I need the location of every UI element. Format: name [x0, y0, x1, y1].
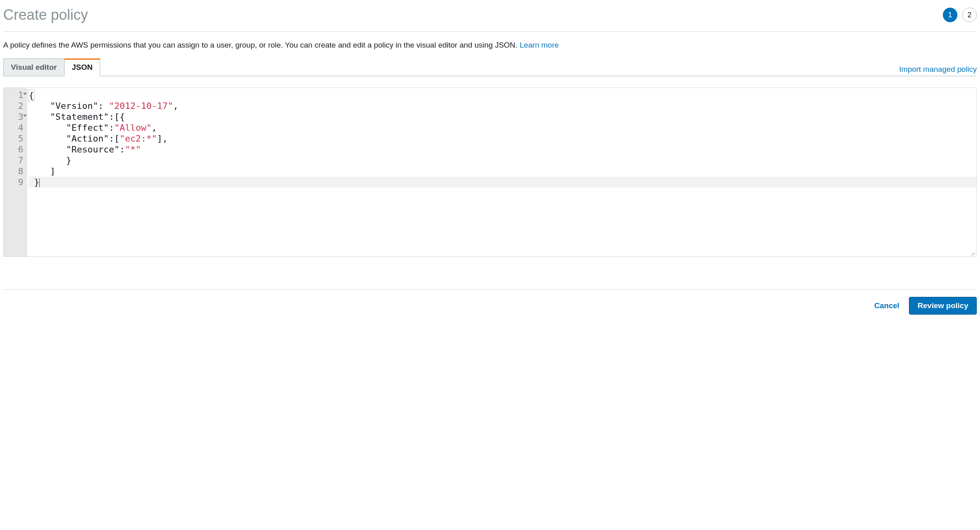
header: Create policy 1 2: [3, 3, 977, 31]
learn-more-link[interactable]: Learn more: [519, 41, 559, 49]
policy-description: A policy defines the AWS permissions tha…: [3, 32, 977, 58]
wizard-steps: 1 2: [943, 8, 977, 22]
line-gutter: 1 2 3 4 5 6 7 8 9: [4, 88, 27, 257]
step-2[interactable]: 2: [962, 8, 977, 22]
review-policy-button[interactable]: Review policy: [909, 297, 977, 315]
cursor-icon: [39, 178, 40, 187]
line-number: 8: [4, 166, 27, 177]
line-number: 4: [4, 122, 27, 133]
step-1[interactable]: 1: [943, 8, 957, 22]
resize-handle-icon[interactable]: [970, 250, 976, 256]
code-line: ]: [29, 166, 976, 177]
code-area[interactable]: { "Version": "2012-10-17", "Statement":[…: [27, 88, 976, 257]
tabs-row: Visual editor JSON Import managed policy: [3, 58, 977, 76]
code-line: "Resource":"*": [29, 144, 976, 155]
tabs-underline: [3, 76, 977, 76]
code-line: "Version": "2012-10-17",: [29, 100, 976, 111]
description-text: A policy defines the AWS permissions tha…: [3, 41, 519, 49]
json-editor[interactable]: 1 2 3 4 5 6 7 8 9 { "Version": "2012-10-…: [3, 88, 977, 257]
fold-icon[interactable]: [23, 93, 27, 95]
code-line: "Statement":[{: [29, 111, 976, 122]
page-title: Create policy: [3, 6, 88, 23]
code-line: }: [29, 155, 976, 166]
code-line: "Action":["ec2:*"],: [29, 133, 976, 144]
line-number: 5: [4, 133, 27, 144]
line-number: 9: [4, 177, 27, 188]
cancel-button[interactable]: Cancel: [874, 301, 899, 310]
tabs: Visual editor JSON: [3, 58, 100, 76]
line-number: 2: [4, 100, 27, 111]
import-managed-policy-link[interactable]: Import managed policy: [899, 65, 977, 76]
tab-json[interactable]: JSON: [64, 58, 101, 76]
code-line: }: [29, 177, 976, 188]
line-number: 6: [4, 144, 27, 155]
fold-icon[interactable]: [23, 115, 27, 117]
line-number: 7: [4, 155, 27, 166]
line-number: 1: [4, 90, 27, 100]
line-number: 3: [4, 111, 27, 122]
tab-visual-editor[interactable]: Visual editor: [3, 58, 65, 76]
code-line: "Effect":"Allow",: [29, 122, 976, 133]
code-line: {: [29, 90, 976, 100]
footer: Cancel Review policy: [3, 289, 977, 315]
